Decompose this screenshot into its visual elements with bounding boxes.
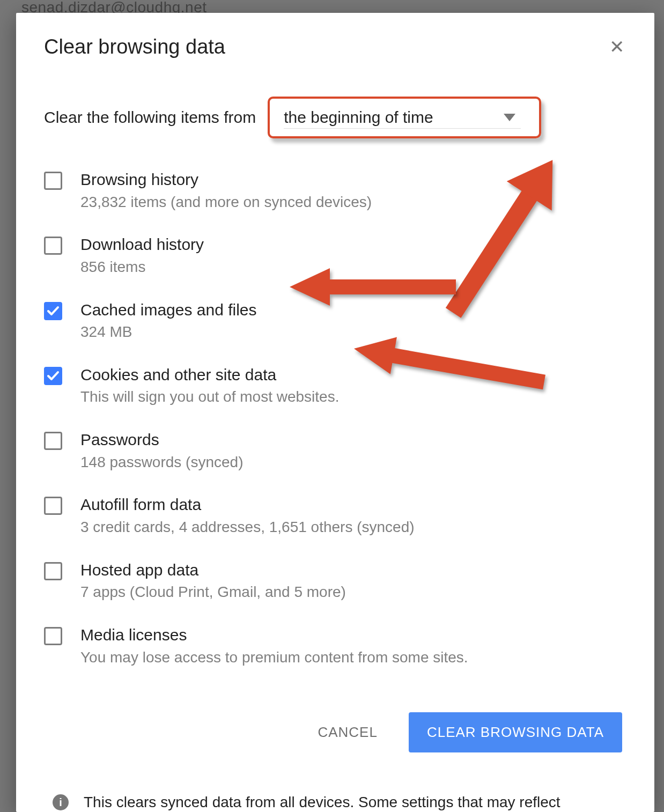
option-text: Passwords 148 passwords (synced) [80, 430, 243, 472]
option-label: Hosted app data [80, 560, 346, 580]
option-download-history: Download history 856 items [44, 225, 633, 290]
option-text: Cookies and other site data This will si… [80, 365, 339, 407]
option-sublabel: 324 MB [80, 322, 257, 342]
checkbox-browsing-history[interactable] [44, 172, 62, 190]
option-label: Passwords [80, 430, 243, 450]
option-sublabel: 148 passwords (synced) [80, 452, 243, 473]
option-text: Hosted app data 7 apps (Cloud Print, Gma… [80, 560, 346, 602]
option-sublabel: You may lose access to premium content f… [80, 647, 468, 668]
option-label: Browsing history [80, 169, 372, 190]
dialog-header: Clear browsing data ✕ [44, 34, 630, 59]
option-label: Cached images and files [80, 300, 257, 320]
checkbox-cookies[interactable] [44, 367, 62, 385]
option-text: Browsing history 23,832 items (and more … [80, 169, 372, 212]
option-sublabel: This will sign you out of most websites. [80, 387, 339, 407]
option-cookies: Cookies and other site data This will si… [44, 355, 633, 420]
footer-text: This clears synced data from all devices… [84, 794, 560, 812]
option-sublabel: 3 credit cards, 4 addresses, 1,651 other… [80, 517, 415, 537]
time-range-row: Clear the following items from the begin… [44, 97, 633, 138]
footer-text-wrap: This clears synced data from all devices… [84, 791, 622, 812]
option-sublabel: 23,832 items (and more on synced devices… [80, 192, 372, 212]
option-browsing-history: Browsing history 23,832 items (and more … [44, 160, 633, 225]
options-list: Browsing history 23,832 items (and more … [44, 160, 633, 680]
time-range-selected-value: the beginning of time [284, 108, 433, 126]
option-label: Media licenses [80, 625, 468, 645]
option-passwords: Passwords 148 passwords (synced) [44, 420, 633, 485]
svg-marker-0 [504, 114, 515, 121]
option-sublabel: 7 apps (Cloud Print, Gmail, and 5 more) [80, 582, 346, 602]
dialog-title: Clear browsing data [44, 35, 225, 58]
cancel-button[interactable]: CANCEL [309, 713, 386, 751]
option-sublabel: 856 items [80, 257, 204, 277]
chevron-down-icon [504, 114, 515, 121]
option-hosted-app: Hosted app data 7 apps (Cloud Print, Gma… [44, 550, 633, 615]
time-range-label: Clear the following items from [44, 108, 256, 127]
time-range-dropdown[interactable]: the beginning of time [268, 97, 541, 138]
option-text: Download history 856 items [80, 234, 204, 277]
checkbox-media-licenses[interactable] [44, 627, 62, 645]
option-label: Autofill form data [80, 494, 415, 515]
checkbox-cached-images[interactable] [44, 302, 62, 320]
option-text: Media licenses You may lose access to pr… [80, 625, 468, 667]
clear-browsing-data-dialog: Clear browsing data ✕ Clear the followin… [16, 13, 654, 812]
svg-text:i: i [59, 796, 62, 808]
option-label: Cookies and other site data [80, 365, 339, 385]
checkbox-download-history[interactable] [44, 237, 62, 255]
checkbox-passwords[interactable] [44, 432, 62, 450]
option-text: Cached images and files 324 MB [80, 300, 257, 342]
dialog-actions: CANCEL CLEAR BROWSING DATA [38, 712, 622, 752]
checkbox-autofill[interactable] [44, 497, 62, 515]
dropdown-underline [284, 128, 521, 129]
option-autofill: Autofill form data 3 credit cards, 4 add… [44, 485, 633, 550]
footer-note: i This clears synced data from all devic… [53, 791, 622, 812]
clear-browsing-data-button[interactable]: CLEAR BROWSING DATA [409, 712, 622, 752]
info-icon: i [53, 794, 69, 810]
checkbox-hosted-app[interactable] [44, 562, 62, 580]
close-button[interactable]: ✕ [604, 34, 630, 59]
option-label: Download history [80, 234, 204, 255]
option-text: Autofill form data 3 credit cards, 4 add… [80, 494, 415, 537]
option-cached-images: Cached images and files 324 MB [44, 290, 633, 355]
option-media-licenses: Media licenses You may lose access to pr… [44, 615, 633, 680]
close-icon: ✕ [609, 36, 624, 57]
